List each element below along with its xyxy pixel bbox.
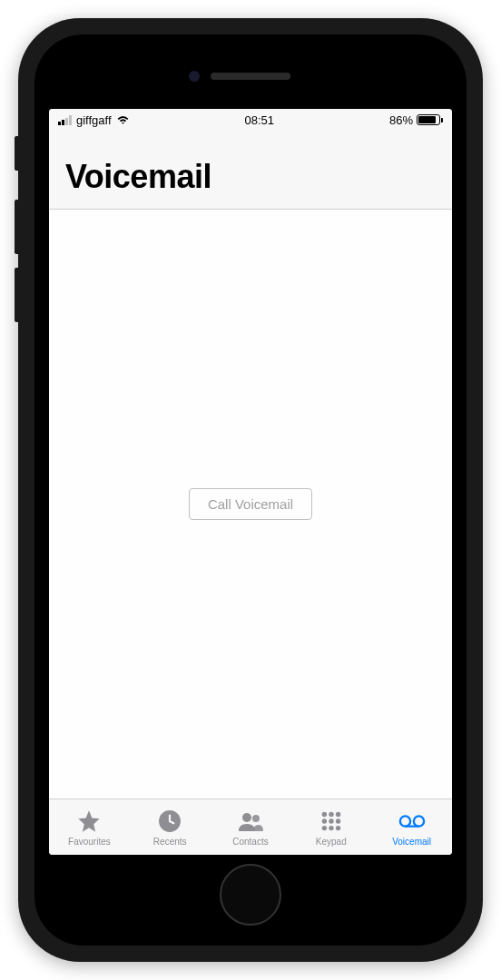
- tab-keypad[interactable]: Keypad: [290, 808, 371, 847]
- wifi-icon: [116, 115, 130, 125]
- phone-frame: giffgaff 08:51 86% Voicemail: [18, 18, 483, 962]
- contacts-icon: [237, 808, 264, 834]
- volume-up-button: [15, 200, 18, 254]
- page-header: Voicemail: [49, 131, 452, 210]
- tab-label: Favourites: [68, 837, 111, 847]
- tab-label: Keypad: [316, 837, 347, 847]
- battery-percent: 86%: [389, 113, 413, 127]
- carrier-name: giffgaff: [76, 113, 112, 127]
- earpiece-speaker: [211, 73, 290, 80]
- svg-point-3: [321, 811, 326, 816]
- tab-voicemail[interactable]: Voicemail: [371, 808, 452, 847]
- svg-point-13: [413, 816, 423, 826]
- svg-point-11: [336, 825, 340, 829]
- status-right: 86%: [389, 113, 443, 127]
- home-button[interactable]: [220, 864, 281, 926]
- status-bar: giffgaff 08:51 86%: [49, 109, 452, 131]
- tab-recents[interactable]: Recents: [130, 808, 211, 847]
- status-left: giffgaff: [58, 113, 130, 127]
- svg-point-7: [329, 818, 333, 823]
- svg-point-8: [336, 818, 340, 823]
- tab-bar: Favourites Recents: [49, 799, 452, 855]
- keypad-icon: [318, 808, 345, 834]
- content-area: Call Voicemail: [49, 210, 452, 799]
- svg-point-10: [329, 825, 333, 829]
- tab-contacts[interactable]: Contacts: [211, 808, 291, 847]
- signal-strength-icon: [58, 115, 72, 125]
- call-voicemail-button[interactable]: Call Voicemail: [189, 488, 312, 520]
- svg-point-6: [321, 818, 326, 823]
- svg-point-12: [399, 816, 409, 826]
- status-time: 08:51: [244, 113, 274, 127]
- svg-point-9: [321, 825, 326, 829]
- svg-point-5: [336, 811, 340, 816]
- phone-bezel: giffgaff 08:51 86% Voicemail: [34, 34, 467, 946]
- star-icon: [75, 808, 103, 834]
- front-camera: [189, 71, 200, 82]
- screen: giffgaff 08:51 86% Voicemail: [49, 109, 452, 855]
- mute-switch: [15, 136, 18, 171]
- voicemail-icon: [398, 808, 426, 834]
- tab-label: Contacts: [232, 837, 268, 847]
- volume-down-button: [15, 268, 18, 322]
- svg-point-1: [242, 813, 251, 822]
- svg-point-2: [252, 815, 260, 822]
- tab-favourites[interactable]: Favourites: [49, 808, 130, 847]
- svg-point-4: [329, 811, 333, 816]
- battery-icon: [417, 114, 443, 125]
- page-title: Voicemail: [65, 158, 436, 196]
- tab-label: Voicemail: [392, 837, 431, 847]
- clock-icon: [156, 808, 183, 834]
- tab-label: Recents: [153, 837, 187, 847]
